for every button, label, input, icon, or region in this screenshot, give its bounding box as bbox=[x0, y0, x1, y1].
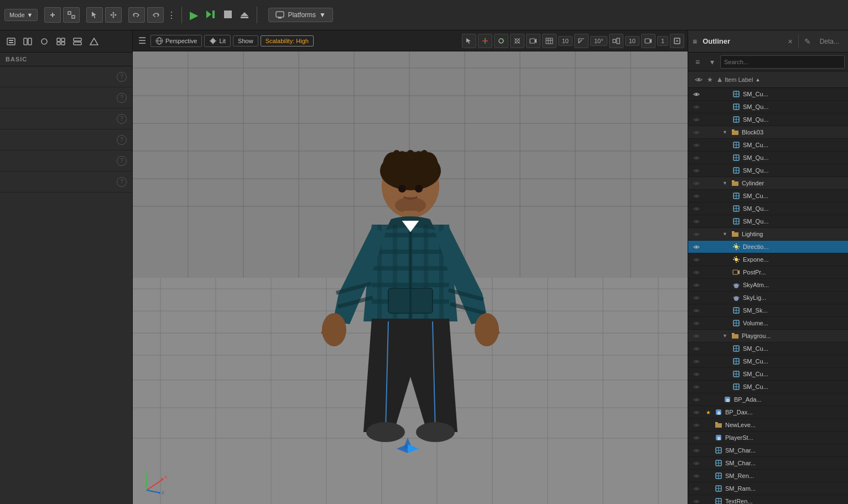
show-button[interactable]: Show bbox=[233, 35, 258, 46]
rotate-button[interactable] bbox=[494, 34, 508, 48]
outliner-item-smcu4[interactable]: ★ SM_Cu... bbox=[688, 381, 848, 393]
help-icon-5[interactable]: ? bbox=[117, 156, 127, 166]
angle-snap-button[interactable] bbox=[574, 34, 589, 48]
viewport[interactable]: ☰ Perspective Lit Show Scalability: High bbox=[133, 30, 688, 504]
scale-snap-button[interactable] bbox=[609, 34, 623, 48]
item-star-sm3[interactable]: ★ bbox=[704, 117, 712, 123]
item-star-directio[interactable]: ★ bbox=[704, 244, 712, 250]
move-tool-button[interactable] bbox=[105, 7, 122, 23]
outliner-item-expone[interactable]: ★ Expone... bbox=[688, 253, 848, 266]
item-eye-expone[interactable] bbox=[690, 257, 703, 262]
panel-view-btn-1[interactable] bbox=[4, 35, 18, 48]
camera-speed-button[interactable] bbox=[641, 34, 655, 48]
help-icon-4[interactable]: ? bbox=[117, 135, 127, 145]
item-star-smchar1[interactable]: ★ bbox=[704, 448, 712, 454]
item-eye-sm8[interactable] bbox=[690, 206, 703, 211]
lit-button[interactable]: Lit bbox=[204, 35, 231, 47]
item-star-skylig[interactable]: ★ bbox=[704, 295, 712, 301]
help-icon-3[interactable]: ? bbox=[117, 114, 127, 124]
item-star-smcu4[interactable]: ★ bbox=[704, 384, 712, 390]
panel-view-btn-2[interactable] bbox=[21, 35, 34, 48]
outliner-item-bpdax[interactable]: ★ B BP_Dax... bbox=[688, 406, 848, 419]
panel-view-btn-6[interactable] bbox=[87, 35, 101, 48]
item-star-sm8[interactable]: ★ bbox=[704, 206, 712, 212]
outliner-list[interactable]: ★ SM_Cu... ★ SM_Qu... ★ SM_Qu... ★ bbox=[688, 88, 848, 504]
scale-value-button[interactable]: 10 bbox=[625, 36, 639, 46]
filter-options-button[interactable]: ≡ bbox=[691, 56, 704, 68]
scene-background[interactable]: X Y Z bbox=[133, 51, 688, 504]
item-star-smram[interactable]: ★ bbox=[704, 486, 712, 492]
item-star-smchar2[interactable]: ★ bbox=[704, 460, 712, 466]
outliner-item-playerst[interactable]: ★ B PlayerSt... bbox=[688, 432, 848, 444]
redo-button[interactable] bbox=[147, 7, 164, 23]
perspective-button[interactable]: Perspective bbox=[150, 35, 202, 47]
item-eye-sm4[interactable] bbox=[690, 143, 703, 148]
item-eye-playground[interactable] bbox=[690, 334, 703, 339]
item-eye-sm6[interactable] bbox=[690, 168, 703, 173]
outliner-item-sm7[interactable]: ★ SM_Cu... bbox=[688, 190, 848, 202]
item-star-skyatm[interactable]: ★ bbox=[704, 282, 712, 288]
outliner-item-sm4[interactable]: ★ SM_Cu... bbox=[688, 139, 848, 152]
outliner-item-lighting[interactable]: ★ ▼ Lighting bbox=[688, 228, 848, 241]
select-mode-button[interactable] bbox=[462, 34, 476, 48]
item-eye-bpdax[interactable] bbox=[690, 410, 703, 415]
item-star-smcu2[interactable]: ★ bbox=[704, 358, 712, 365]
outliner-item-smchar2[interactable]: ★ SM_Char... bbox=[688, 457, 848, 470]
outliner-item-sm9[interactable]: ★ SM_Qu... bbox=[688, 215, 848, 228]
filter-visibility-button[interactable]: ▾ bbox=[706, 56, 718, 68]
item-eye-smcu2[interactable] bbox=[690, 359, 703, 364]
outliner-item-smcu3[interactable]: ★ SM_Cu... bbox=[688, 368, 848, 381]
item-star-sm1[interactable]: ★ bbox=[704, 91, 712, 97]
play-button[interactable]: ▶ bbox=[188, 8, 200, 22]
panel-view-btn-4[interactable] bbox=[54, 35, 67, 48]
outliner-item-volume[interactable]: ★ Volume... bbox=[688, 317, 848, 330]
outliner-item-newlevel[interactable]: ★ NewLeve... bbox=[688, 419, 848, 432]
item-eye-smchar2[interactable] bbox=[690, 461, 703, 466]
outliner-item-smram[interactable]: ★ SM_Ram... bbox=[688, 482, 848, 495]
item-star-playerst[interactable]: ★ bbox=[704, 435, 712, 441]
outliner-item-textren[interactable]: ★ TextRen... bbox=[688, 495, 848, 504]
grid-size-button[interactable]: 10 bbox=[558, 36, 573, 46]
panel-view-btn-5[interactable] bbox=[71, 35, 84, 48]
undo-button[interactable] bbox=[128, 7, 145, 23]
viewport-menu-button[interactable]: ☰ bbox=[136, 35, 148, 46]
outliner-item-skylig[interactable]: ★ SkyLig... bbox=[688, 292, 848, 304]
maximize-button[interactable] bbox=[670, 34, 684, 48]
item-eye-skyatm[interactable] bbox=[690, 283, 703, 288]
item-eye-smsk[interactable] bbox=[690, 308, 703, 313]
grid-toggle-button[interactable] bbox=[542, 34, 556, 48]
item-star-bpdax[interactable]: ★ bbox=[704, 409, 712, 415]
outliner-item-smsk[interactable]: ★ SM_Sk... bbox=[688, 304, 848, 317]
scalability-button[interactable]: Scalability: High bbox=[261, 35, 314, 46]
outliner-item-playground[interactable]: ★ ▼ Playgrou... bbox=[688, 330, 848, 342]
translate-button[interactable] bbox=[478, 34, 492, 48]
item-star-sm4[interactable]: ★ bbox=[704, 142, 712, 148]
outliner-item-postpr[interactable]: ★ PostPr... bbox=[688, 266, 848, 279]
help-icon-1[interactable]: ? bbox=[117, 72, 127, 82]
item-eye-cylinder[interactable] bbox=[690, 181, 703, 186]
add-actor-button[interactable] bbox=[44, 7, 61, 23]
item-eye-sm2[interactable] bbox=[690, 105, 703, 110]
outliner-item-smren[interactable]: ★ SM_Ren... bbox=[688, 470, 848, 482]
item-eye-lighting[interactable] bbox=[690, 232, 703, 237]
item-star-sm5[interactable]: ★ bbox=[704, 155, 712, 161]
outliner-item-bpada[interactable]: ★ B BP_Ada... bbox=[688, 393, 848, 406]
outliner-search-input[interactable] bbox=[720, 55, 845, 69]
col-label-header[interactable]: Item Label ▲ bbox=[725, 76, 844, 83]
angle-value-button[interactable]: 10° bbox=[590, 36, 607, 46]
item-eye-postpr[interactable] bbox=[690, 270, 703, 275]
item-eye-playerst[interactable] bbox=[690, 435, 703, 440]
outliner-item-sm8[interactable]: ★ SM_Qu... bbox=[688, 202, 848, 215]
item-eye-bpada[interactable] bbox=[690, 397, 703, 402]
outliner-close-button[interactable]: × bbox=[788, 37, 792, 46]
outliner-item-sm2[interactable]: ★ SM_Qu... bbox=[688, 101, 848, 113]
outliner-item-smchar1[interactable]: ★ SM_Char... bbox=[688, 444, 848, 457]
item-star-textren[interactable]: ★ bbox=[704, 498, 712, 505]
more-options-button[interactable]: ⋮ bbox=[167, 10, 176, 20]
snap-button[interactable] bbox=[63, 7, 80, 23]
item-eye-smcu3[interactable] bbox=[690, 372, 703, 377]
item-eye-smren[interactable] bbox=[690, 474, 703, 479]
stop-button[interactable] bbox=[221, 9, 235, 22]
item-star-bpada[interactable]: ★ bbox=[704, 397, 712, 403]
item-star-cylinder[interactable]: ★ bbox=[704, 180, 712, 186]
